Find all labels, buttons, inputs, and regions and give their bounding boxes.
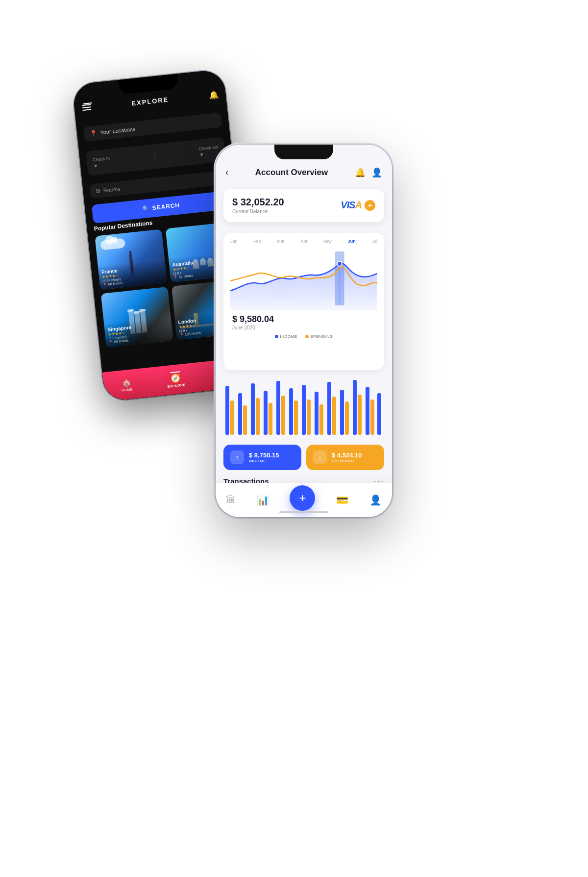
svg-rect-8 xyxy=(251,383,255,435)
nav-profile[interactable]: 👤 xyxy=(369,494,382,506)
user-icon[interactable]: 👤 xyxy=(371,167,382,178)
month-apr: Apr xyxy=(300,239,307,244)
legend-income: INCOME xyxy=(275,334,297,339)
user-profile-icon: 👤 xyxy=(369,494,382,506)
destination-france[interactable]: France ★★★★☆ (4.8 ratings) 📍 68 Hotels xyxy=(95,229,167,290)
svg-rect-7 xyxy=(243,405,247,435)
nav-home[interactable]: 🏠 HOME xyxy=(121,377,133,392)
svg-rect-17 xyxy=(307,400,311,435)
location-bar[interactable]: 📍 Your Locations xyxy=(83,112,222,141)
chart-highlighted-date: June 2020 xyxy=(232,325,377,330)
home-icon: 🏠 xyxy=(121,377,132,387)
balance-card: $ 32,052.20 Current Balance VISA + xyxy=(223,189,384,222)
notch-right xyxy=(274,145,333,159)
destination-singapore[interactable]: Singapore ★★★★☆ (4.8 ratings) 📍 85 Hotel… xyxy=(101,286,173,347)
month-may: May xyxy=(323,239,332,244)
france-overlay: France ★★★★☆ (4.8 ratings) 📍 68 Hotels xyxy=(98,259,167,290)
checkin-divider xyxy=(153,149,155,164)
nav-explore-label: EXPLORE xyxy=(167,383,185,388)
svg-rect-5 xyxy=(230,401,234,435)
spending-label: SPENDING xyxy=(311,334,333,339)
visa-text: VISA xyxy=(341,200,362,211)
income-label: INCOME xyxy=(280,334,297,339)
svg-rect-6 xyxy=(238,393,242,435)
checkin-row[interactable]: Check in ▼ Check out ▼ xyxy=(86,137,226,175)
bank-icon: 🏛 xyxy=(226,494,236,505)
svg-rect-19 xyxy=(319,404,323,435)
month-feb: Feb xyxy=(253,239,261,244)
bell-icon[interactable]: 🔔 xyxy=(209,90,219,100)
svg-rect-16 xyxy=(302,385,306,435)
singapore-overlay: Singapore ★★★★☆ (4.8 ratings) 📍 85 Hotel… xyxy=(104,316,173,347)
nav-chart[interactable]: 📊 xyxy=(257,494,269,506)
nav-fab[interactable]: + xyxy=(290,485,315,515)
card-icon: 💳 xyxy=(336,494,348,506)
finance-title: Account Overview xyxy=(255,168,328,177)
income-sublabel: INCOME xyxy=(249,459,279,463)
chart-legend: INCOME SPENDING xyxy=(230,334,377,339)
nav-card[interactable]: 💳 xyxy=(336,494,348,506)
income-info: $ 8,750.15 INCOME xyxy=(249,451,279,463)
checkin-label: Check in xyxy=(93,155,110,162)
income-summary-card: ↑ $ 8,750.15 INCOME xyxy=(223,445,301,470)
bell-icon[interactable]: 🔔 xyxy=(355,167,366,178)
search-icon: 🔍 xyxy=(142,205,149,212)
month-jul: Jul xyxy=(371,239,377,244)
month-mar: Mar xyxy=(277,239,285,244)
svg-rect-21 xyxy=(332,397,336,435)
plus-icon: + xyxy=(299,491,306,505)
svg-rect-13 xyxy=(281,396,285,435)
visa-container: VISA + xyxy=(341,200,375,211)
phones-container: EXPLORE 🔔 📍 Your Locations Check in ▼ Ch… xyxy=(74,47,514,831)
svg-rect-14 xyxy=(289,388,293,435)
balance-info: $ 32,052.20 Current Balance xyxy=(232,197,284,214)
svg-rect-23 xyxy=(345,401,349,435)
location-text: Your Locations xyxy=(100,125,136,135)
svg-rect-12 xyxy=(276,381,280,435)
svg-rect-18 xyxy=(315,392,318,435)
svg-rect-28 xyxy=(377,393,381,435)
spending-amount: $ 4,524.10 xyxy=(332,451,362,459)
add-card-button[interactable]: + xyxy=(365,200,375,211)
line-chart-svg-area[interactable] xyxy=(230,247,377,310)
svg-rect-15 xyxy=(294,401,298,435)
spending-sublabel: SPENDING xyxy=(332,459,362,463)
nav-bank[interactable]: 🏛 xyxy=(226,494,236,505)
spending-dot xyxy=(305,335,309,338)
chart-value-section: $ 9,580.04 June 2020 xyxy=(230,314,377,330)
svg-rect-9 xyxy=(256,398,260,435)
income-dot xyxy=(275,335,278,338)
location-pin-icon: 📍 xyxy=(90,129,98,137)
nav-explore[interactable]: 🧭 EXPLORE xyxy=(166,371,186,388)
svg-rect-26 xyxy=(366,387,369,435)
svg-rect-22 xyxy=(340,390,344,435)
legend-spending: SPENDING xyxy=(305,334,333,339)
svg-rect-11 xyxy=(269,403,272,435)
nav-home-label: HOME xyxy=(122,387,133,392)
chart-months: Jan Feb Mar Apr May Jun Jul xyxy=(230,239,377,244)
rooms-icon: ⊞ xyxy=(96,187,100,194)
income-arrow-up-icon: ↑ xyxy=(230,451,244,464)
svg-rect-25 xyxy=(358,395,362,435)
rooms-text: Rooms xyxy=(103,185,121,193)
line-chart-container: Jan Feb Mar Apr May Jun Jul xyxy=(223,233,384,370)
explore-icon: 🧭 xyxy=(171,373,181,383)
svg-rect-20 xyxy=(327,382,331,435)
month-jan: Jan xyxy=(230,239,238,244)
right-phone: ‹ Account Overview 🔔 👤 $ 32,052.20 Curre… xyxy=(216,145,392,517)
back-button[interactable]: ‹ xyxy=(225,167,228,177)
balance-amount: $ 32,052.20 xyxy=(232,197,284,208)
finance-header: ‹ Account Overview 🔔 👤 xyxy=(216,163,392,182)
line-chart-svg xyxy=(230,247,377,310)
add-button[interactable]: + xyxy=(290,485,315,511)
spending-arrow-down-icon: ↓ xyxy=(313,451,327,464)
income-amount: $ 8,750.15 xyxy=(249,451,279,459)
svg-rect-27 xyxy=(370,400,374,435)
explore-title: EXPLORE xyxy=(131,96,169,107)
checkin-item[interactable]: Check in ▼ xyxy=(93,155,111,169)
hamburger-icon[interactable] xyxy=(82,104,91,111)
svg-rect-10 xyxy=(264,391,268,435)
bar-chart-section xyxy=(223,376,384,440)
month-jun: Jun xyxy=(348,239,356,244)
header-icons: 🔔 👤 xyxy=(355,167,382,178)
